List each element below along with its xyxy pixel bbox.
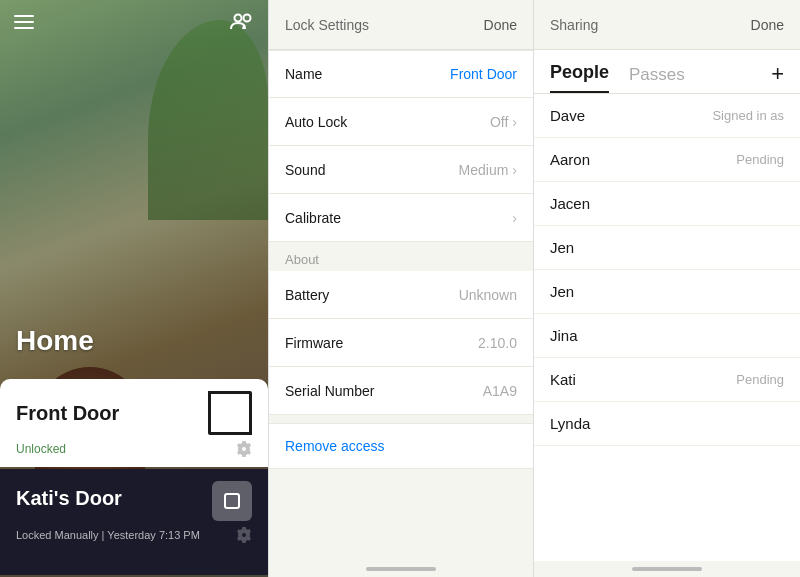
svg-rect-2: [225, 494, 239, 508]
remove-access-button[interactable]: Remove access: [269, 423, 533, 469]
middle-header-title: Lock Settings: [285, 17, 369, 33]
lock2-gear-icon[interactable]: [236, 527, 252, 543]
lock1-status-bar: Unlocked: [16, 441, 252, 457]
right-done-button[interactable]: Done: [751, 17, 784, 33]
person-row[interactable]: AaronPending: [534, 138, 800, 182]
svg-point-0: [235, 15, 242, 22]
settings-about-section: About: [269, 242, 533, 271]
right-header-title: Sharing: [550, 17, 598, 33]
settings-item-battery: Battery Unknown: [269, 271, 533, 319]
settings-autolock-label: Auto Lock: [285, 114, 347, 130]
middle-header: Lock Settings Done: [269, 0, 533, 50]
settings-item-autolock[interactable]: Auto Lock Off ›: [269, 98, 533, 146]
lock-card-1-header: Front Door: [16, 391, 252, 435]
top-bar: [0, 0, 268, 44]
settings-battery-label: Battery: [285, 287, 329, 303]
person-name: Jen: [550, 283, 574, 300]
svg-point-1: [244, 15, 251, 22]
settings-name-label: Name: [285, 66, 322, 82]
person-row[interactable]: KatiPending: [534, 358, 800, 402]
person-name: Jina: [550, 327, 578, 344]
menu-button[interactable]: [14, 15, 34, 29]
person-status: Pending: [736, 372, 784, 387]
person-name: Lynda: [550, 415, 590, 432]
settings-serial-label: Serial Number: [285, 383, 374, 399]
settings-calibrate-chevron: ›: [512, 210, 517, 226]
lock1-gear-icon[interactable]: [236, 441, 252, 457]
sharing-tabs: People Passes +: [534, 50, 800, 94]
middle-bottom-bar: [269, 561, 533, 577]
right-scroll-indicator: [632, 567, 702, 571]
right-panel: Sharing Done People Passes + DaveSigned …: [534, 0, 800, 577]
person-row[interactable]: DaveSigned in as: [534, 94, 800, 138]
add-person-button[interactable]: +: [771, 61, 784, 93]
lock2-status: Locked Manually | Yesterday 7:13 PM: [16, 529, 200, 541]
person-status: Pending: [736, 152, 784, 167]
middle-panel: Lock Settings Done Name Front Door Auto …: [268, 0, 534, 577]
person-name: Jacen: [550, 195, 590, 212]
person-row[interactable]: Jen: [534, 270, 800, 314]
person-name: Kati: [550, 371, 576, 388]
settings-item-firmware: Firmware 2.10.0: [269, 319, 533, 367]
middle-scroll-indicator: [366, 567, 436, 571]
home-label: Home: [16, 325, 94, 357]
settings-calibrate-label: Calibrate: [285, 210, 341, 226]
left-panel: Home Front Door Unlocked Kati's Door: [0, 0, 268, 577]
tab-people[interactable]: People: [550, 62, 609, 93]
lock-card-2[interactable]: Kati's Door Locked Manually | Yesterday …: [0, 469, 268, 575]
lock2-icon: [212, 481, 252, 521]
settings-battery-value: Unknown: [459, 287, 517, 303]
lock-card-1[interactable]: Front Door Unlocked: [0, 379, 268, 467]
lock1-status: Unlocked: [16, 442, 66, 456]
person-row[interactable]: Jina: [534, 314, 800, 358]
person-status: Signed in as: [712, 108, 784, 123]
settings-item-name[interactable]: Name Front Door: [269, 50, 533, 98]
lock1-name: Front Door: [16, 402, 119, 425]
person-name: Aaron: [550, 151, 590, 168]
right-bottom-bar: [534, 561, 800, 577]
lock1-icon: [208, 391, 252, 435]
settings-list: Name Front Door Auto Lock Off › Sound Me…: [269, 50, 533, 561]
lock-cards: Front Door Unlocked Kati's Door L: [0, 379, 268, 577]
lock-card-2-header: Kati's Door: [16, 481, 252, 521]
person-row[interactable]: Lynda: [534, 402, 800, 446]
tab-passes[interactable]: Passes: [629, 65, 685, 93]
settings-sound-value: Medium ›: [459, 162, 517, 178]
people-icon[interactable]: [230, 10, 254, 34]
settings-item-serial: Serial Number A1A9: [269, 367, 533, 415]
settings-item-sound[interactable]: Sound Medium ›: [269, 146, 533, 194]
right-header: Sharing Done: [534, 0, 800, 50]
people-list: DaveSigned in asAaronPendingJacenJenJenJ…: [534, 94, 800, 561]
person-row[interactable]: Jacen: [534, 182, 800, 226]
person-name: Dave: [550, 107, 585, 124]
settings-name-value: Front Door: [450, 66, 517, 82]
settings-sound-label: Sound: [285, 162, 325, 178]
settings-autolock-value: Off ›: [490, 114, 517, 130]
lock2-status-bar: Locked Manually | Yesterday 7:13 PM: [16, 527, 252, 543]
middle-done-button[interactable]: Done: [484, 17, 517, 33]
settings-firmware-label: Firmware: [285, 335, 343, 351]
person-row[interactable]: Jen: [534, 226, 800, 270]
settings-firmware-value: 2.10.0: [478, 335, 517, 351]
person-name: Jen: [550, 239, 574, 256]
lock2-name: Kati's Door: [16, 487, 122, 510]
settings-item-calibrate[interactable]: Calibrate ›: [269, 194, 533, 242]
settings-serial-value: A1A9: [483, 383, 517, 399]
